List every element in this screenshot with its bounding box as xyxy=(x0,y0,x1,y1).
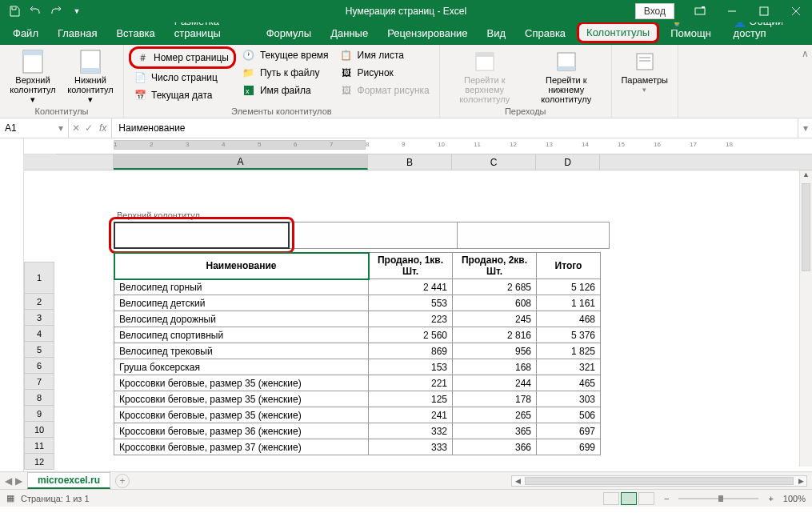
tab-home[interactable]: Главная xyxy=(48,22,106,44)
table-row[interactable]: Кроссовки беговые, размер 35 (женские)24… xyxy=(114,407,601,423)
hscroll-thumb[interactable] xyxy=(525,477,794,485)
ribbon-options-icon[interactable] xyxy=(684,0,716,22)
header-cell-c[interactable]: Продано, 2кв. Шт. xyxy=(453,253,537,279)
view-pagebreak-button[interactable] xyxy=(638,492,654,505)
row-header[interactable]: 2 xyxy=(24,294,54,310)
tab-file[interactable]: Файл xyxy=(3,22,48,44)
path-icon: 📁 xyxy=(242,66,255,79)
table-row[interactable]: Груша боксерская153168321 xyxy=(114,359,601,375)
tab-prev-icon[interactable]: ◀ xyxy=(5,475,12,487)
scroll-thumb[interactable] xyxy=(802,183,810,271)
row-header[interactable]: 5 xyxy=(24,342,54,358)
expand-formula-icon[interactable]: ▾ xyxy=(798,118,812,138)
tab-review[interactable]: Рецензирование xyxy=(378,22,477,44)
header-left-box[interactable] xyxy=(114,222,290,249)
zoom-out-icon[interactable]: − xyxy=(664,494,669,503)
qat-dropdown-icon[interactable]: ▼ xyxy=(67,2,86,21)
options-button[interactable]: Параметры▾ xyxy=(617,46,673,96)
page-count-button[interactable]: 📄Число страниц xyxy=(129,69,236,86)
name-box[interactable]: A1▾ xyxy=(0,118,69,138)
row-header[interactable]: 11 xyxy=(24,438,54,454)
horizontal-scrollbar[interactable]: ◀ ▶ xyxy=(511,475,807,487)
table-row[interactable]: Велосипед детский5536081 161 xyxy=(114,295,601,311)
row-header[interactable]: 10 xyxy=(24,422,54,438)
table-row[interactable]: Велосипед горный2 4412 6855 126 xyxy=(114,279,601,295)
tab-next-icon[interactable]: ▶ xyxy=(15,475,22,487)
col-header-b[interactable]: B xyxy=(368,154,452,170)
col-header-d[interactable]: D xyxy=(536,154,600,170)
minimize-icon[interactable] xyxy=(716,0,748,22)
row-header[interactable]: 9 xyxy=(24,406,54,422)
row-header[interactable]: 7 xyxy=(24,374,54,390)
maximize-icon[interactable] xyxy=(748,0,780,22)
sheet-tab[interactable]: microexcel.ru xyxy=(27,472,110,489)
quick-access-toolbar: ▼ xyxy=(0,2,86,21)
table-row[interactable]: Кроссовки беговые, размер 35 (женские)12… xyxy=(114,391,601,407)
table-row[interactable]: Велосипед спортивный2 5602 8165 376 xyxy=(114,327,601,343)
collapse-ribbon-icon[interactable]: ∧ xyxy=(798,45,812,118)
zoom-in-icon[interactable]: + xyxy=(768,494,773,503)
chevron-down-icon[interactable]: ▾ xyxy=(58,122,63,134)
zoom-slider[interactable] xyxy=(678,498,758,499)
row-header[interactable]: 12 xyxy=(24,454,54,470)
accept-icon[interactable]: ✓ xyxy=(85,122,93,134)
login-button[interactable]: Вход xyxy=(635,3,674,19)
zoom-level[interactable]: 100% xyxy=(783,494,806,503)
footer-button[interactable]: Нижний колонтитул ▾ xyxy=(62,46,118,106)
current-date-button[interactable]: 📅Текущая дата xyxy=(129,86,236,104)
col-header-a[interactable]: A xyxy=(114,154,368,170)
formula-input[interactable] xyxy=(112,122,798,134)
vertical-scrollbar[interactable]: ▲ xyxy=(799,170,812,467)
redo-icon[interactable] xyxy=(46,2,66,21)
add-sheet-button[interactable]: + xyxy=(115,474,130,488)
table-row[interactable]: Кроссовки беговые, размер 37 (женские)33… xyxy=(114,439,601,455)
picture-button[interactable]: 🖼Рисунок xyxy=(335,64,434,82)
row-header[interactable]: 6 xyxy=(24,358,54,374)
fx-icon[interactable]: fx xyxy=(99,122,106,134)
scroll-left-icon[interactable]: ◀ xyxy=(512,477,523,485)
file-path-button[interactable]: 📁Путь к файлу xyxy=(238,64,334,82)
header-cell-d[interactable]: Итого xyxy=(537,253,601,279)
row-header[interactable]: 8 xyxy=(24,390,54,406)
scroll-right-icon[interactable]: ▶ xyxy=(795,477,806,485)
svg-rect-1 xyxy=(702,6,705,8)
header-right-box[interactable] xyxy=(458,222,610,249)
tab-insert[interactable]: Вставка xyxy=(106,22,164,44)
header-cell-b[interactable]: Продано, 1кв. Шт. xyxy=(369,253,453,279)
options-icon xyxy=(633,48,657,75)
table-row[interactable]: Кроссовки беговые, размер 36 (женские)33… xyxy=(114,423,601,439)
tab-data[interactable]: Данные xyxy=(321,22,378,44)
file-name-button[interactable]: xИмя файла xyxy=(238,82,334,99)
header-cell-a[interactable]: Наименование xyxy=(114,253,369,279)
tab-formulas[interactable]: Формулы xyxy=(257,22,322,44)
format-picture-button: 🖼Формат рисунка xyxy=(335,82,434,99)
footer-icon xyxy=(78,48,102,75)
ribbon: Верхний колонтитул ▾ Нижний колонтитул ▾… xyxy=(0,45,812,118)
col-header-c[interactable]: C xyxy=(452,154,536,170)
scroll-up-icon[interactable]: ▲ xyxy=(800,170,812,182)
current-time-button[interactable]: 🕐Текущее время xyxy=(238,46,334,64)
table-row[interactable]: Кроссовки беговые, размер 35 (женские)22… xyxy=(114,375,601,391)
tab-header-footer[interactable]: Колонтитулы xyxy=(577,22,659,43)
header-center-box[interactable] xyxy=(290,222,458,249)
row-header[interactable]: 4 xyxy=(24,326,54,342)
undo-icon[interactable] xyxy=(26,2,45,21)
annotation-red-box xyxy=(109,217,294,254)
table-row[interactable]: Велосипед дорожный223245468 xyxy=(114,311,601,327)
tab-help[interactable]: Справка xyxy=(515,22,575,44)
view-normal-button[interactable] xyxy=(603,492,619,505)
cancel-icon[interactable]: ✕ xyxy=(72,122,80,134)
close-icon[interactable] xyxy=(780,0,812,22)
goto-header-icon xyxy=(473,48,497,75)
view-pagelayout-button[interactable] xyxy=(621,492,637,505)
row-header[interactable]: 1 xyxy=(24,262,54,294)
grid[interactable]: 123456789101112131415161718 A B C D Верх… xyxy=(56,138,812,471)
table-row[interactable]: Велосипед трековый8699561 825 xyxy=(114,343,601,359)
goto-footer-button[interactable]: Перейти к нижнему колонтитулу xyxy=(526,46,606,106)
row-header[interactable]: 3 xyxy=(24,310,54,326)
header-button[interactable]: Верхний колонтитул ▾ xyxy=(5,46,61,106)
save-icon[interactable] xyxy=(5,2,24,21)
page-number-button[interactable]: #️Номер страницы xyxy=(129,46,236,69)
sheet-name-button[interactable]: 📋Имя листа xyxy=(335,46,434,64)
tab-view[interactable]: Вид xyxy=(478,22,516,44)
